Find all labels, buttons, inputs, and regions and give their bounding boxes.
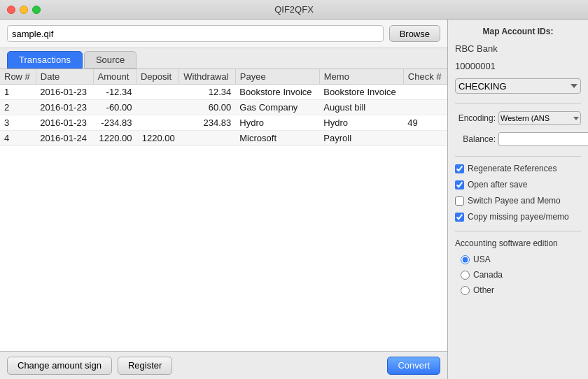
table-cell bbox=[136, 115, 178, 131]
canada-label: Canada bbox=[473, 270, 503, 280]
encoding-label: Encoding: bbox=[455, 113, 496, 123]
open-after-save-row: Open after save bbox=[455, 180, 581, 190]
table-header-row: Row # Date Amount Deposit Withdrawal Pay… bbox=[0, 69, 447, 85]
regenerate-references-row: Regenerate References bbox=[455, 164, 581, 173]
table-cell: 3 bbox=[0, 115, 36, 131]
tab-transactions[interactable]: Transactions bbox=[7, 51, 83, 69]
divider-1 bbox=[455, 103, 581, 104]
table-cell: Bookstore Invoice bbox=[235, 85, 319, 100]
regenerate-references-checkbox[interactable] bbox=[455, 164, 464, 173]
table-cell: Gas Company bbox=[235, 100, 319, 115]
table-cell: 1 bbox=[0, 85, 36, 100]
table-cell: 2016-01-23 bbox=[36, 85, 93, 100]
tabs-row: Transactions Source bbox=[0, 48, 447, 69]
close-button[interactable] bbox=[7, 6, 15, 14]
table-cell: 2016-01-24 bbox=[36, 131, 93, 146]
table-cell: 2 bbox=[0, 100, 36, 115]
table-cell: 1220.00 bbox=[136, 131, 178, 146]
copy-missing-checkbox[interactable] bbox=[455, 213, 464, 222]
switch-payee-label: Switch Payee and Memo bbox=[468, 196, 561, 206]
window-title: QIF2QFX bbox=[274, 4, 314, 15]
radio-other-row: Other bbox=[455, 285, 581, 295]
register-button[interactable]: Register bbox=[118, 357, 172, 375]
usa-label: USA bbox=[473, 255, 491, 264]
table-cell: 1220.00 bbox=[93, 131, 136, 146]
balance-label: Balance: bbox=[455, 134, 496, 144]
accounting-edition-label: Accounting software edition bbox=[455, 238, 581, 248]
col-memo: Memo bbox=[319, 69, 403, 85]
browse-button[interactable]: Browse bbox=[389, 25, 440, 42]
other-radio[interactable] bbox=[461, 286, 470, 295]
change-amount-sign-button[interactable]: Change amount sign bbox=[7, 357, 112, 375]
other-label: Other bbox=[473, 285, 494, 295]
col-amount: Amount bbox=[93, 69, 136, 85]
table-cell: 49 bbox=[403, 115, 447, 131]
switch-payee-row: Switch Payee and Memo bbox=[455, 196, 581, 206]
col-deposit: Deposit bbox=[136, 69, 178, 85]
col-withdrawal: Withdrawal bbox=[179, 69, 235, 85]
right-panel: Map Account IDs: RBC Bank 10000001 CHECK… bbox=[448, 20, 588, 379]
table-cell bbox=[403, 100, 447, 115]
table-cell: 12.34 bbox=[179, 85, 235, 100]
tab-source[interactable]: Source bbox=[84, 51, 136, 69]
minimize-button[interactable] bbox=[20, 6, 28, 14]
table-cell: 60.00 bbox=[179, 100, 235, 115]
open-after-save-label: Open after save bbox=[468, 180, 527, 190]
bottom-bar: Change amount sign Register Convert bbox=[0, 351, 447, 379]
divider-3 bbox=[455, 231, 581, 231]
radio-usa-row: USA bbox=[455, 255, 581, 264]
table-cell: Payroll bbox=[319, 131, 403, 146]
regenerate-references-label: Regenerate References bbox=[468, 164, 556, 173]
window-buttons bbox=[7, 6, 41, 14]
table-cell: Bookstore Invoice bbox=[319, 85, 403, 100]
switch-payee-checkbox[interactable] bbox=[455, 196, 464, 206]
table-cell: August bill bbox=[319, 100, 403, 115]
table-cell: 4 bbox=[0, 131, 36, 146]
file-input[interactable] bbox=[7, 25, 384, 42]
col-payee: Payee bbox=[235, 69, 319, 85]
table-cell: Hydro bbox=[319, 115, 403, 131]
balance-row: Balance: bbox=[455, 132, 581, 146]
col-row: Row # bbox=[0, 69, 36, 85]
open-after-save-checkbox[interactable] bbox=[455, 180, 464, 190]
convert-button[interactable]: Convert bbox=[387, 357, 440, 375]
table-cell: -234.83 bbox=[93, 115, 136, 131]
balance-input[interactable] bbox=[498, 132, 588, 146]
table-cell bbox=[136, 85, 178, 100]
account-type-dropdown[interactable]: CHECKING SAVINGS INVESTMENT bbox=[455, 78, 581, 94]
bank-name: RBC Bank bbox=[455, 42, 581, 55]
table-cell: 234.83 bbox=[179, 115, 235, 131]
encoding-row: Encoding: Western (ANS UTF-8 UTF-16 bbox=[455, 111, 581, 125]
table-row: 32016-01-23-234.83234.83HydroHydro49 bbox=[0, 115, 447, 131]
table-cell: 2016-01-23 bbox=[36, 115, 93, 131]
canada-radio[interactable] bbox=[461, 271, 470, 280]
col-check: Check # bbox=[403, 69, 447, 85]
radio-canada-row: Canada bbox=[455, 270, 581, 280]
usa-radio[interactable] bbox=[461, 255, 470, 264]
copy-missing-label: Copy missing payee/memo bbox=[468, 212, 569, 222]
account-dropdown-row: CHECKING SAVINGS INVESTMENT bbox=[455, 78, 581, 94]
account-id: 10000001 bbox=[455, 59, 581, 73]
divider-2 bbox=[455, 156, 581, 157]
table-cell bbox=[136, 100, 178, 115]
map-account-label: Map Account IDs: bbox=[455, 27, 581, 36]
transactions-table: Row # Date Amount Deposit Withdrawal Pay… bbox=[0, 69, 447, 146]
table-cell bbox=[403, 131, 447, 146]
table-row: 12016-01-23-12.3412.34Bookstore InvoiceB… bbox=[0, 85, 447, 100]
encoding-dropdown[interactable]: Western (ANS UTF-8 UTF-16 bbox=[498, 111, 581, 125]
maximize-button[interactable] bbox=[32, 6, 41, 14]
table-cell: -60.00 bbox=[93, 100, 136, 115]
main-layout: Browse Transactions Source Row # Date Am… bbox=[0, 20, 588, 379]
left-panel: Browse Transactions Source Row # Date Am… bbox=[0, 20, 448, 379]
table-container: Row # Date Amount Deposit Withdrawal Pay… bbox=[0, 69, 447, 351]
table-row: 42016-01-241220.001220.00MicrosoftPayrol… bbox=[0, 131, 447, 146]
file-row: Browse bbox=[0, 20, 447, 48]
copy-missing-row: Copy missing payee/memo bbox=[455, 212, 581, 222]
table-cell: Microsoft bbox=[235, 131, 319, 146]
table-cell: Hydro bbox=[235, 115, 319, 131]
table-cell bbox=[403, 85, 447, 100]
table-cell: 2016-01-23 bbox=[36, 100, 93, 115]
col-date: Date bbox=[36, 69, 93, 85]
titlebar: QIF2QFX bbox=[0, 0, 588, 20]
table-row: 22016-01-23-60.0060.00Gas CompanyAugust … bbox=[0, 100, 447, 115]
